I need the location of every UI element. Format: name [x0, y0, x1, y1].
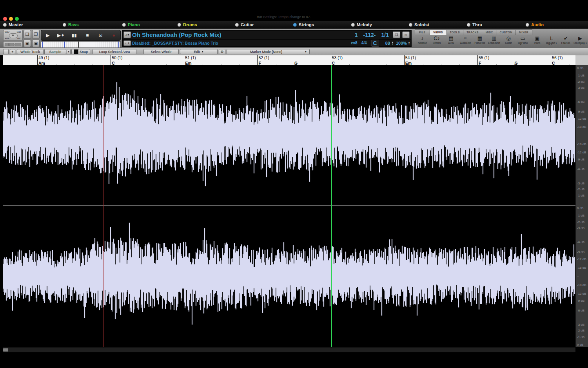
zoom-percent[interactable]: 100%	[396, 41, 407, 46]
scrollbar-thumb[interactable]	[3, 348, 8, 352]
chords-ribbon-button[interactable]: C♪Chords	[430, 35, 444, 47]
waveform-channel-left[interactable]	[3, 65, 575, 205]
play-from-button[interactable]: ▶✦	[56, 31, 66, 39]
db-tick-label: -9 dB	[577, 158, 584, 161]
song-title[interactable]: Oh Shenandoah (Pop Rock Mix)	[132, 31, 352, 38]
video-ribbon-button[interactable]: ▣Video	[530, 35, 544, 47]
snap-checkbox[interactable]	[74, 49, 78, 54]
track-button-strings[interactable]: Strings	[293, 22, 314, 27]
loop-jump-button[interactable]: ⊡	[95, 31, 105, 39]
waveform-channel-right[interactable]	[3, 205, 575, 347]
ruler-bar[interactable]: 54 (1)Em	[404, 55, 478, 66]
select-whole-button[interactable]: Select Whole	[143, 49, 179, 54]
ruler-bar[interactable]: 55 (1)FG	[477, 55, 551, 66]
snap-toggle[interactable]: Snap	[71, 49, 90, 54]
ruler-bar[interactable]: 53 (1)C	[331, 55, 405, 66]
progress-cursor[interactable]	[78, 42, 79, 47]
ribbon-icon-label: Chords	[433, 42, 441, 44]
snap-label: Snap	[80, 50, 88, 54]
tab-custom[interactable]: CUSTOM	[497, 29, 515, 35]
format-toggle-oval[interactable]	[9, 33, 18, 38]
fakesh-ribbon-button[interactable]: ✔FakeSh.	[559, 35, 573, 47]
plugin-mini-widget[interactable]	[3, 41, 23, 47]
ruler-bar[interactable]: 49 (1)Am	[37, 55, 111, 66]
ruler-bar[interactable]: 50 (1)C	[111, 55, 184, 66]
track-button-drums[interactable]: Drums	[178, 22, 197, 27]
time-signature[interactable]: 4/4	[361, 41, 367, 45]
open-song-button[interactable]: ❐	[32, 30, 40, 39]
chdisplay-ribbon-button[interactable]: ▶ChDisplay ▾	[573, 35, 587, 47]
pianoroll-ribbon-button[interactable]: ▦PianoRoll	[473, 35, 486, 47]
style-note-button[interactable]: ♩▾	[123, 40, 131, 46]
ribbon-icon-label: Guitar	[505, 42, 512, 44]
save-button[interactable]: ▣	[24, 40, 31, 47]
key-signature[interactable]: C	[371, 40, 379, 47]
stop-button[interactable]: ■	[82, 31, 93, 39]
guitar-ribbon-button[interactable]: ◎Guitar	[502, 35, 515, 47]
ruler-bar[interactable]: 51 (1)Em	[184, 55, 258, 66]
tab-views[interactable]: VIEWS	[430, 29, 446, 35]
ruler-bar[interactable]: 56 (1)C	[551, 55, 575, 66]
song-progress-strip[interactable]	[41, 41, 121, 48]
zoom-icon[interactable]	[15, 17, 19, 21]
track-radio-icon	[3, 23, 7, 27]
track-button-soloist[interactable]: Soloist	[409, 22, 429, 27]
chdisplay-icon: ▶	[578, 35, 582, 42]
chords-icon: C♪	[434, 35, 440, 42]
leadsheet-ribbon-button[interactable]: ▥LeadSheet	[487, 35, 501, 47]
style-info[interactable]: Disabled: _BOSSAPT.STY: Bossa Piano Trio	[132, 41, 349, 46]
track-button-melody[interactable]: Melody	[351, 22, 372, 27]
song-note-button[interactable]: ♫▾	[123, 31, 131, 38]
db-tick-label: 0 dB	[577, 66, 583, 70]
track-button-thru[interactable]: Thru	[467, 22, 482, 27]
bar-ruler[interactable]: 49 (1)Am50 (1)C51 (1)Em52 (1)FG53 (1)C54…	[3, 55, 575, 66]
edit-dropdown[interactable]: Edit ▼	[180, 49, 218, 54]
ruler-bar[interactable]: 52 (1)FG	[257, 55, 331, 66]
notation-ribbon-button[interactable]: ♪Notation	[416, 35, 429, 47]
new-song-button[interactable]: ❏	[24, 30, 31, 39]
track-button-guitar[interactable]: Guitar	[235, 22, 254, 27]
biglyric-ribbon-button[interactable]: LBigLyric ▾	[544, 35, 558, 47]
pause-button[interactable]: ▮▮	[69, 31, 79, 39]
track-button-audio[interactable]: Audio	[526, 22, 544, 27]
zoom-in-button[interactable]: +	[10, 49, 15, 54]
whole-track-button[interactable]: Whole Track	[17, 49, 44, 54]
tempo-value[interactable]: 88	[385, 41, 390, 46]
save-as-button[interactable]: ▣	[32, 40, 40, 47]
db-tick-label: -12 dB	[577, 257, 586, 261]
track-button-piano[interactable]: Piano	[122, 22, 140, 27]
zoom-out-button[interactable]: -	[3, 49, 9, 54]
loop-screen-button[interactable]: ❏	[393, 31, 400, 38]
close-icon[interactable]	[3, 17, 7, 21]
sample-dropdown-arrow[interactable]: ▾	[67, 49, 71, 54]
tab-mixer[interactable]: MIXER	[515, 29, 532, 35]
track-button-bass[interactable]: Bass	[63, 22, 79, 27]
mini-widget-icon	[5, 43, 9, 46]
track-radio-icon	[63, 23, 66, 27]
bigpiano-ribbon-button[interactable]: ▭BigPiano	[516, 35, 530, 47]
tab-misc[interactable]: MISC	[482, 29, 497, 35]
zoom-spinner[interactable]: ▲▼	[408, 41, 410, 45]
marker-mode-dropdown[interactable]: Marker Mode [None] ▼	[227, 49, 310, 54]
acw-ribbon-button[interactable]: ▤ACW	[444, 35, 458, 47]
waveform-area[interactable]	[3, 65, 575, 347]
song-title-row: ♫▾ Oh Shenandoah (Pop Rock Mix) 1 -112- …	[122, 30, 412, 39]
format-widget[interactable]: WAV M4A AIFF MID	[3, 30, 23, 41]
format-m4a-label: M4A	[17, 31, 21, 33]
horizontal-scrollbar[interactable]	[3, 348, 575, 352]
record-button[interactable]: ●	[109, 31, 119, 39]
minimize-icon[interactable]	[9, 17, 13, 21]
hold-button[interactable]: ◎	[402, 31, 410, 38]
audioedit-ribbon-button[interactable]: ≈AudioEdit	[459, 35, 472, 47]
tab-tracks[interactable]: TRACKS	[463, 29, 482, 35]
tempo-spinner[interactable]: ▲▼	[392, 41, 394, 45]
track-button-master[interactable]: Master	[3, 22, 23, 27]
gear-button[interactable]: ⚙	[219, 49, 225, 54]
tab-tools[interactable]: TOOLS	[446, 29, 463, 35]
marker-mode-label: Marker Mode [None]	[229, 50, 303, 54]
playback-position-line	[331, 65, 332, 347]
loop-selected-area-button[interactable]: Loop Selected Area	[93, 49, 136, 54]
tab-file[interactable]: FILE	[415, 29, 430, 35]
play-button[interactable]: ▶	[43, 31, 53, 39]
sample-button[interactable]: Sample	[44, 49, 66, 54]
